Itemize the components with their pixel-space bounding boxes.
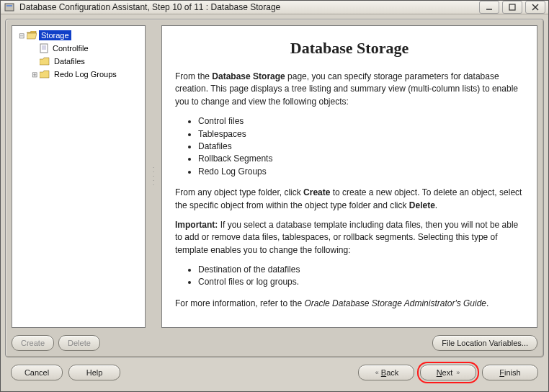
svg-marker-7 <box>27 33 37 39</box>
list-item: Tablespaces <box>198 128 524 141</box>
finish-button[interactable]: Finish <box>482 365 538 380</box>
document-icon <box>40 43 48 53</box>
page-title: Database Storage <box>175 39 524 58</box>
cancel-button[interactable]: Cancel <box>11 365 63 380</box>
template-list: Destination of the datafiles Control fil… <box>198 264 524 289</box>
tree-root-storage[interactable]: ⊟ Storage <box>14 29 143 42</box>
tree-label: Controlfile <box>50 43 91 53</box>
important-paragraph: Important: If you select a database temp… <box>175 219 524 257</box>
list-item: Rollback Segments <box>198 153 524 165</box>
tree-item-datafiles[interactable]: Datafiles <box>14 55 143 68</box>
app-icon <box>4 1 15 13</box>
svg-rect-3 <box>509 4 515 10</box>
minimize-button[interactable] <box>479 1 499 14</box>
list-item: Control files or log groups. <box>198 276 524 288</box>
moreinfo-paragraph: For more information, refer to the Oracl… <box>175 298 524 310</box>
chevron-right-icon: » <box>456 369 458 376</box>
list-item: Destination of the datafiles <box>198 264 524 276</box>
window-title: Database Configuration Assistant, Step 1… <box>19 2 476 12</box>
intro-paragraph: From the Database Storage page, you can … <box>175 71 524 108</box>
back-button[interactable]: « Back <box>358 365 414 380</box>
svg-marker-12 <box>40 58 49 65</box>
tree-expander-icon[interactable]: ⊞ <box>30 71 40 79</box>
next-button[interactable]: Next » <box>420 365 476 380</box>
tree-item-redolog[interactable]: ⊞ Redo Log Groups <box>14 68 143 81</box>
list-item: Redo Log Groups <box>198 166 524 178</box>
tree-item-controlfile[interactable]: Controlfile <box>14 42 143 55</box>
create-button[interactable]: Create <box>12 335 54 351</box>
list-item: Control files <box>198 115 524 128</box>
svg-rect-8 <box>40 44 48 53</box>
tree-pane[interactable]: ⊟ Storage Controlfile <box>12 25 146 328</box>
maximize-button[interactable] <box>502 1 522 14</box>
create-delete-paragraph: From any object type folder, click Creat… <box>175 187 524 212</box>
objects-list: Control files Tablespaces Datafiles Roll… <box>198 115 524 178</box>
svg-rect-0 <box>5 4 14 11</box>
help-button[interactable]: Help <box>68 365 120 380</box>
svg-marker-13 <box>40 71 49 78</box>
list-item: Datafiles <box>198 141 524 153</box>
chevron-left-icon: « <box>375 369 378 376</box>
tree-label: Datafiles <box>52 56 87 66</box>
back-label: ack <box>386 368 398 377</box>
folder-icon <box>40 70 50 79</box>
svg-rect-1 <box>6 5 12 6</box>
folder-icon <box>40 57 50 66</box>
tree-label: Storage <box>39 30 71 40</box>
file-location-variables-button[interactable]: File Location Variables... <box>432 335 537 351</box>
splitter[interactable]: ····· <box>151 25 156 328</box>
delete-button[interactable]: Delete <box>58 335 100 351</box>
close-button[interactable] <box>525 1 545 14</box>
tree-label: Redo Log Groups <box>52 69 119 79</box>
titlebar: Database Configuration Assistant, Step 1… <box>1 1 548 14</box>
folder-open-icon <box>27 31 37 40</box>
tree-expander-icon[interactable]: ⊟ <box>17 32 27 40</box>
svg-marker-6 <box>27 31 36 33</box>
content-pane: Database Storage From the Database Stora… <box>161 25 537 328</box>
